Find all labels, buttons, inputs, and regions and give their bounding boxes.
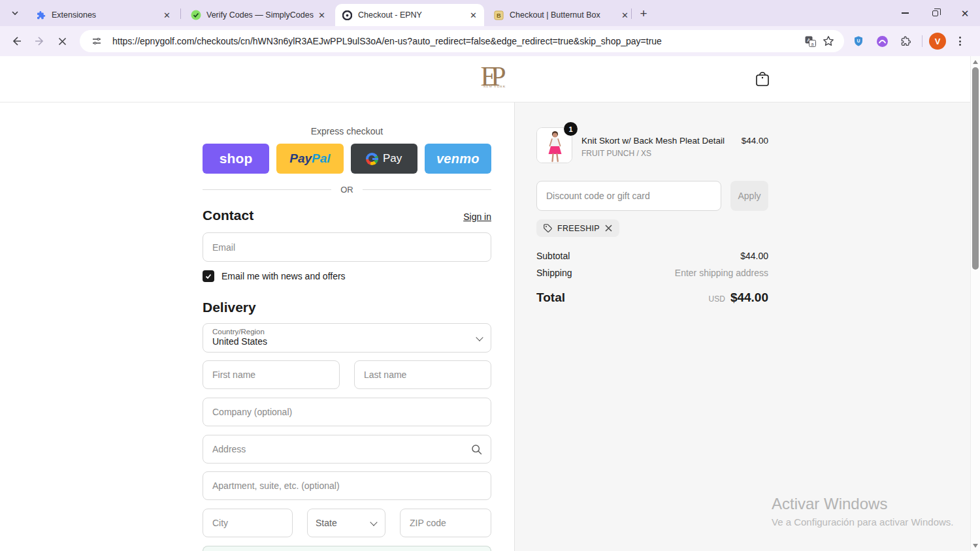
close-x-icon [604,224,613,232]
restore-button[interactable] [920,0,950,26]
puzzle-favicon-icon [35,10,46,21]
country-select[interactable]: Country/Region United States [203,323,491,353]
product-variant: FRUIT PUNCH / XS [581,149,742,158]
paypal-button[interactable]: PayPal [276,144,343,174]
minimize-button[interactable] [890,0,920,26]
menu-dots-icon[interactable] [950,31,970,51]
close-icon: ✕ [961,8,970,18]
forward-arrow-icon [34,35,46,47]
back-arrow-icon [10,35,22,47]
remove-discount-button[interactable] [604,224,613,232]
state-select[interactable]: State [307,509,385,537]
last-name-input[interactable] [355,361,491,388]
discount-code-text: FREESHIP [557,224,600,233]
email-input[interactable] [203,233,491,261]
tab-search-button[interactable] [7,5,24,22]
venmo-button[interactable]: venmo [425,144,491,174]
apartment-field-wrap [203,471,491,500]
subtotal-row: Subtotal $44.00 [536,251,768,261]
scroll-down-icon [973,544,978,548]
product-info: Knit Skort w/ Back Mesh Pleat Detail FRU… [572,127,742,158]
shop-pay-button[interactable]: shop [203,144,269,174]
simplycodes-favicon-icon [190,10,201,21]
delivery-title: Delivery [203,300,256,315]
tab-close-icon[interactable]: ✕ [619,10,630,21]
zip-field-wrap [400,509,491,537]
or-divider: OR [203,185,491,195]
tab-checkout-epny-active[interactable]: Checkout - EPNY ✕ [335,4,484,26]
apartment-input[interactable] [203,472,491,499]
svg-text:B: B [497,12,501,19]
tab-close-icon[interactable]: ✕ [468,10,479,21]
url-bar[interactable]: https://epnygolf.com/checkouts/cn/hWN3n6… [80,30,844,52]
country-label: Country/Region [212,328,482,336]
site-header: EP NEW YORK [0,56,980,102]
city-state-zip-row: State [203,509,491,537]
subtotal-label: Subtotal [536,251,570,261]
tab-close-icon[interactable]: ✕ [161,10,172,21]
product-title: Knit Skort w/ Back Mesh Pleat Detail [581,136,742,146]
city-field-wrap [203,509,293,537]
tab-butternut[interactable]: B Checkout | Butternut Box ✕ [487,4,636,26]
country-value: United States [212,336,482,347]
scroll-up-button[interactable] [971,57,980,67]
express-checkout-label: Express checkout [203,126,491,136]
total-value: $44.00 [730,291,768,305]
discount-code-input[interactable] [537,181,721,210]
purple-extension-icon[interactable] [872,31,892,51]
tab-separator [631,8,632,19]
scroll-down-button[interactable] [971,541,980,550]
new-tab-button[interactable]: + [635,5,652,22]
logo-subtext: NEW YORK [9,85,980,88]
forward-button[interactable] [29,30,51,52]
total-row: Total USD $44.00 [536,291,768,305]
window-controls: ✕ [890,0,980,26]
applied-discount-chip: FREESHIP [536,219,619,237]
company-input[interactable] [203,398,491,426]
email-field-wrap [203,232,491,262]
contact-title: Contact [203,208,253,223]
zip-input[interactable] [400,509,491,537]
scrollbar-thumb[interactable] [972,67,979,270]
newsletter-checkbox-checked[interactable] [203,270,214,282]
extensions-puzzle-icon[interactable] [896,31,915,51]
toolbar-extension-icons: U V [849,30,970,52]
last-name-field-wrap [354,360,491,389]
butternut-favicon-icon: B [493,10,504,21]
bookmark-star-icon[interactable] [819,32,838,50]
tab-separator [180,8,181,19]
minimize-icon [902,12,909,13]
epny-logo[interactable]: EP NEW YORK [0,61,980,88]
search-icon [470,443,483,458]
tab-close-icon[interactable]: ✕ [316,10,327,21]
tab-simplycodes[interactable]: Verify Codes — SimplyCodes ✕ [184,4,333,26]
tab-extensions[interactable]: Extensiones ✕ [29,4,178,26]
first-name-input[interactable] [203,361,339,388]
google-pay-button[interactable]: Pay [351,144,417,174]
newsletter-optin-row[interactable]: Email me with news and offers [203,270,491,282]
epny-favicon-icon [342,10,353,21]
chevron-down-icon [476,334,483,340]
first-name-field-wrap [203,360,340,389]
google-g-icon [366,153,378,165]
shield-extension-icon[interactable]: U [849,31,868,51]
site-settings-icon[interactable] [88,32,106,50]
city-input[interactable] [203,509,292,537]
chevron-down-icon [370,518,377,525]
address-input[interactable] [203,435,491,463]
stop-loading-button[interactable] [51,30,73,52]
translate-icon[interactable]: Aa [801,32,819,50]
tab-title: Checkout - EPNY [358,10,468,20]
page-scrollbar[interactable] [970,56,980,551]
subtotal-value: $44.00 [740,251,768,261]
apply-discount-button[interactable]: Apply [730,181,768,211]
sign-in-link[interactable]: Sign in [463,212,491,222]
express-buttons-row: shop PayPal Pay venmo [203,144,491,174]
close-window-button[interactable]: ✕ [950,0,980,26]
company-field-wrap [203,398,491,426]
cart-bag-icon[interactable] [753,70,772,89]
profile-avatar[interactable]: V [929,33,946,50]
order-summary-panel: 1 Knit Skort w/ Back Mesh Pleat Detail F… [514,102,980,551]
back-button[interactable] [5,30,27,52]
shipping-row: Shipping Enter shipping address [536,268,768,278]
